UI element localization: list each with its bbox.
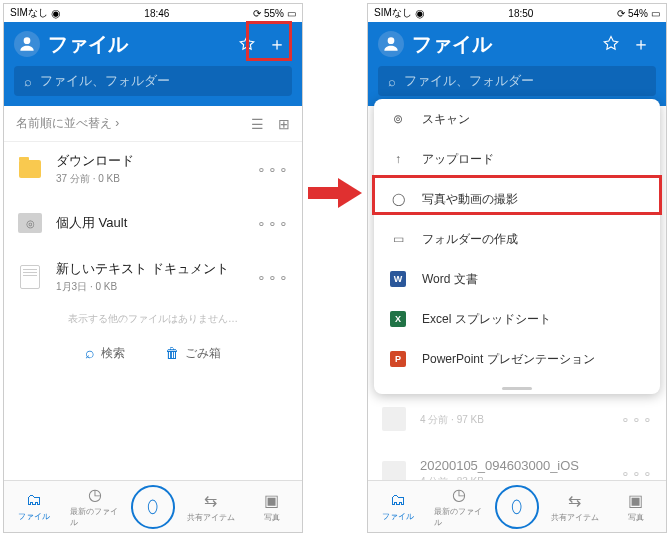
item-title: 個人用 Vault [56,214,245,232]
upload-icon: ↑ [388,152,408,166]
orientation-icon: ⟳ [617,8,625,19]
tab-files[interactable]: 🗂ファイル [9,491,59,522]
wifi-icon: ◉ [51,7,61,20]
scan-icon: ⊚ [388,112,408,126]
item-more-icon[interactable]: ∘∘∘ [257,269,290,285]
time-label: 18:50 [508,8,533,19]
orientation-icon: ⟳ [253,8,261,19]
search-bar: ⌕ ファイル、フォルダー [4,66,302,106]
carrier-label: SIMなし [374,6,412,20]
sheet-upload[interactable]: ↑ アップロード [374,139,660,179]
new-folder-icon: ▭ [388,232,408,246]
search-action[interactable]: ⌕ 検索 [85,344,125,362]
item-more-icon[interactable]: ∘∘∘ [257,215,290,231]
svg-point-1 [388,37,395,44]
camera-icon: ⬯ [511,496,522,517]
status-bar: SIMなし ◉ 18:50 ⟳ 54% ▭ [368,4,666,22]
avatar[interactable] [14,31,40,57]
item-title: 新しいテキスト ドキュメント [56,260,245,278]
trash-icon: 🗑 [165,345,179,361]
photos-icon: ▣ [264,491,279,510]
premium-icon[interactable] [596,35,626,53]
camera-button[interactable]: ⬯ [495,485,539,529]
item-subtitle: 1月3日 · 0 KB [56,280,245,294]
item-more-icon[interactable]: ∘∘∘ [257,161,290,177]
sort-row: 名前順に並べ替え › ☰ ⊞ [4,106,302,142]
sheet-word[interactable]: W Word 文書 [374,259,660,299]
battery-icon: ▭ [287,8,296,19]
add-button[interactable]: ＋ [626,32,656,56]
search-placeholder: ファイル、フォルダー [40,72,170,90]
list-item[interactable]: 新しいテキスト ドキュメント 1月3日 · 0 KB ∘∘∘ [4,250,302,304]
tab-files[interactable]: 🗂ファイル [373,491,423,522]
item-subtitle: 37 分前 · 0 KB [56,172,245,186]
thumbnail-icon [382,407,406,431]
clock-icon: ◷ [452,485,466,504]
folder-icon [19,160,41,178]
list-view-icon[interactable]: ☰ [251,116,264,132]
battery-label: 55% [264,8,284,19]
vault-icon: ◎ [18,213,42,233]
app-header: ファイル ＋ [368,22,666,66]
carrier-label: SIMなし [10,6,48,20]
clock-icon: ◷ [88,485,102,504]
highlight-add-button [246,21,292,61]
word-icon: W [390,271,406,287]
photos-icon: ▣ [628,491,643,510]
tab-bar: 🗂ファイル ◷最新のファイル ⬯ ⇆共有アイテム ▣写真 [368,480,666,532]
tab-photos[interactable]: ▣写真 [247,491,297,523]
time-label: 18:46 [144,8,169,19]
camera-icon: ⬯ [147,496,158,517]
list-item[interactable]: ダウンロード 37 分前 · 0 KB ∘∘∘ [4,142,302,196]
tab-recent[interactable]: ◷最新のファイル [434,485,484,528]
search-input[interactable]: ⌕ ファイル、フォルダー [378,66,656,96]
powerpoint-icon: P [390,351,406,367]
battery-label: 54% [628,8,648,19]
svg-point-0 [24,37,31,44]
shared-icon: ⇆ [568,491,581,510]
sheet-excel[interactable]: X Excel スプレッドシート [374,299,660,339]
sheet-handle[interactable] [374,379,660,394]
search-input[interactable]: ⌕ ファイル、フォルダー [14,66,292,96]
search-icon: ⌕ [24,74,32,89]
actions-row: ⌕ 検索 🗑 ごみ箱 [4,340,302,366]
search-placeholder: ファイル、フォルダー [404,72,534,90]
empty-state-text: 表示する他のファイルはありません… [4,304,302,340]
sort-button[interactable]: 名前順に並べ替え › [16,115,251,132]
wifi-icon: ◉ [415,7,425,20]
avatar[interactable] [378,31,404,57]
shared-icon: ⇆ [204,491,217,510]
files-icon: 🗂 [26,491,42,509]
page-title: ファイル [412,31,596,58]
tab-photos[interactable]: ▣写真 [611,491,661,523]
search-icon: ⌕ [388,74,396,89]
search-icon: ⌕ [85,344,95,362]
phone-right: SIMなし ◉ 18:50 ⟳ 54% ▭ ファイル ＋ ⌕ ファイル、フォルダ… [367,3,667,533]
item-title: ダウンロード [56,152,245,170]
page-title: ファイル [48,31,232,58]
tab-bar: 🗂ファイル ◷最新のファイル ⬯ ⇆共有アイテム ▣写真 [4,480,302,532]
status-bar: SIMなし ◉ 18:46 ⟳ 55% ▭ [4,4,302,22]
highlight-camera-option [372,175,662,215]
sheet-folder[interactable]: ▭ フォルダーの作成 [374,219,660,259]
trash-action[interactable]: 🗑 ごみ箱 [165,344,221,362]
grid-view-icon[interactable]: ⊞ [278,116,290,132]
tab-recent[interactable]: ◷最新のファイル [70,485,120,528]
sheet-powerpoint[interactable]: P PowerPoint プレゼンテーション [374,339,660,379]
sheet-scan[interactable]: ⊚ スキャン [374,99,660,139]
phone-left: SIMなし ◉ 18:46 ⟳ 55% ▭ ファイル ＋ ⌕ ファイル、フォルダ… [3,3,303,533]
tab-shared[interactable]: ⇆共有アイテム [550,491,600,523]
document-icon [20,265,40,289]
list-item[interactable]: ◎ 個人用 Vault ∘∘∘ [4,196,302,250]
arrow-icon [308,178,362,208]
list-item: 4 分前 · 97 KB ∘∘∘ [368,392,666,446]
battery-icon: ▭ [651,8,660,19]
camera-button[interactable]: ⬯ [131,485,175,529]
files-icon: 🗂 [390,491,406,509]
excel-icon: X [390,311,406,327]
tab-shared[interactable]: ⇆共有アイテム [186,491,236,523]
action-sheet: ⊚ スキャン ↑ アップロード ◯ 写真や動画の撮影 ▭ フォルダーの作成 W … [374,99,660,394]
